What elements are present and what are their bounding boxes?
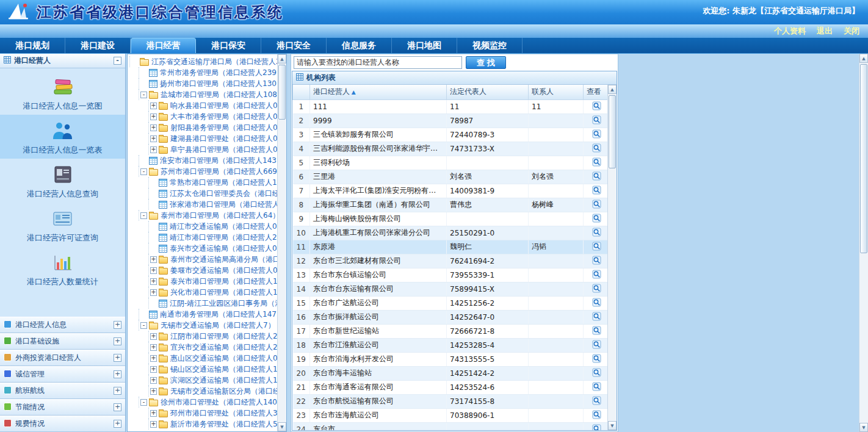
tree-scrollbar[interactable]: ▲ ▼ <box>277 54 286 431</box>
scroll-down-button[interactable]: ▼ <box>278 422 286 431</box>
view-details-icon[interactable] <box>592 272 601 281</box>
expand-icon[interactable]: + <box>150 333 157 340</box>
expand-icon[interactable]: + <box>150 421 157 428</box>
tree-node[interactable]: 常熟市港口管理局（港口经营人127 <box>129 177 277 188</box>
scroll-up-button[interactable]: ▲ <box>608 85 617 94</box>
tree-node[interactable]: +滨湖区交通运输局（港口经营人1） <box>129 375 277 386</box>
tree-node[interactable]: 淮安市港口管理局（港口经营人143） <box>129 155 277 166</box>
accordion-item-4[interactable]: 诚信管理+ <box>0 366 125 383</box>
tree-node[interactable]: +阜宁县港口管理局（港口经营人0） <box>129 144 277 155</box>
tree-node[interactable]: 扬州市港口管理局（港口经营人130） <box>129 78 277 89</box>
view-details-icon[interactable] <box>592 398 601 407</box>
collapse-icon[interactable]: - <box>140 212 147 219</box>
expand-plus-icon[interactable]: + <box>114 321 121 329</box>
tree-node[interactable]: +兴化市港口管理局（港口经营人1） <box>129 287 277 298</box>
table-row[interactable]: 11111111 <box>293 99 608 113</box>
expand-plus-icon[interactable]: + <box>114 337 121 345</box>
table-row[interactable]: 13东台市东台镇运输公司73955339-1 <box>293 268 608 282</box>
scrollbar-thumb[interactable] <box>860 64 867 253</box>
view-details-icon[interactable] <box>592 230 601 239</box>
scroll-up-button[interactable]: ▲ <box>278 54 286 63</box>
tree-node[interactable]: +响水县港口管理局（港口经营人0） <box>129 100 277 111</box>
view-details-icon[interactable] <box>592 384 601 393</box>
sidebar-shortcut-5[interactable]: 港口经营人数量统计 <box>0 247 125 290</box>
view-details-icon[interactable] <box>592 314 601 323</box>
view-details-icon[interactable] <box>592 202 601 211</box>
table-row[interactable]: 24东台市… <box>293 422 608 430</box>
tree-node[interactable]: -盐城市港口管理局（港口经营人108） <box>129 89 277 100</box>
sidebar-shortcut-1[interactable]: 港口经营人信息一览图 <box>0 71 125 115</box>
expand-icon[interactable]: + <box>150 366 157 373</box>
view-details-icon[interactable] <box>592 146 601 154</box>
scroll-up-button[interactable]: ▲ <box>859 54 868 63</box>
table-row[interactable]: 5三得利砂场 <box>293 156 608 170</box>
nav-tab-3[interactable]: 港口经营 <box>131 38 196 53</box>
column-header-5[interactable]: 查看 <box>584 85 608 99</box>
tree-node[interactable]: 靖江市港口管理局（港口经营人26） <box>129 232 277 243</box>
expand-icon[interactable]: + <box>150 135 157 142</box>
accordion-item-2[interactable]: 港口基础设施+ <box>0 333 125 350</box>
header-link-1[interactable]: 个人资料 <box>774 26 806 37</box>
tree-node[interactable]: -无锡市交通运输局（港口经营人7） <box>129 320 277 331</box>
view-details-icon[interactable] <box>592 174 601 182</box>
view-details-icon[interactable] <box>592 244 601 253</box>
search-input[interactable] <box>294 56 462 69</box>
view-details-icon[interactable] <box>592 258 601 267</box>
expand-icon[interactable]: + <box>150 278 157 285</box>
view-details-icon[interactable] <box>592 370 601 379</box>
header-link-2[interactable]: 退出 <box>817 26 833 37</box>
table-row[interactable]: 7上海太平洋化工(集团)淮安元明粉有…14009381-9 <box>293 184 608 198</box>
collapse-icon[interactable]: - <box>114 57 121 65</box>
expand-icon[interactable]: + <box>150 289 157 296</box>
table-row[interactable]: 11东原港魏明仁冯韬 <box>293 240 608 254</box>
sidebar-shortcut-2[interactable]: 港口经营人信息一览表 <box>0 115 125 159</box>
view-details-icon[interactable] <box>592 286 601 295</box>
table-row[interactable]: 15东台市广达航运公司14251256-2 <box>293 296 608 310</box>
tree-node[interactable]: -徐州市港口管理处（港口经营人140） <box>129 397 277 408</box>
view-details-icon[interactable] <box>592 132 601 140</box>
expand-icon[interactable]: + <box>150 267 157 274</box>
accordion-item-5[interactable]: 航班航线+ <box>0 383 125 399</box>
tree-node[interactable]: +泰州市交通运输局高港分局（港口经 <box>129 254 277 265</box>
view-details-icon[interactable] <box>592 328 601 337</box>
view-details-icon[interactable] <box>592 342 601 351</box>
expand-icon[interactable]: + <box>150 113 157 120</box>
tree-node[interactable]: +江阴市港口管理局（港口经营人2） <box>129 331 277 342</box>
accordion-item-1[interactable]: 港口经营人信息+ <box>0 317 125 333</box>
expand-icon[interactable]: + <box>150 344 157 351</box>
expand-plus-icon[interactable]: + <box>114 370 121 378</box>
nav-tab-7[interactable]: 港口地图 <box>392 38 457 53</box>
expand-icon[interactable]: + <box>150 256 157 263</box>
expand-icon[interactable]: + <box>150 124 157 131</box>
view-details-icon[interactable] <box>592 427 601 431</box>
tree-node[interactable]: +姜堰市交通运输局（港口经营人0） <box>129 265 277 276</box>
table-row[interactable]: 12东台市三北郊建材有限公司76241694-2 <box>293 254 608 268</box>
table-row[interactable]: 18东台市江淮航运公司14253285-4 <box>293 338 608 352</box>
table-scrollbar[interactable]: ▲ ▼ <box>607 85 617 430</box>
scrollbar-thumb[interactable] <box>278 65 286 120</box>
collapse-icon[interactable]: - <box>140 399 147 406</box>
sidebar-shortcut-3[interactable]: 港口经营人信息查询 <box>0 159 125 203</box>
view-details-icon[interactable] <box>592 118 601 126</box>
table-row[interactable]: 22东台市航悦运输有限公司73174155-8 <box>293 394 608 408</box>
tree-node[interactable]: +无锡市交通运输新区分局（港口经营 <box>129 386 277 397</box>
tree-node[interactable]: 张家港市港口管理局（港口经营人10 <box>129 199 277 210</box>
accordion-item-7[interactable]: 规费情况+ <box>0 416 125 432</box>
nav-tab-6[interactable]: 信息服务 <box>327 38 392 53</box>
nav-tab-4[interactable]: 港口保安 <box>196 38 261 53</box>
tree-node[interactable]: 泰兴市交通运输局（港口经营人0） <box>129 243 277 254</box>
tree-node[interactable]: 南通市港务管理局（港口经营人147） <box>129 309 277 320</box>
table-row[interactable]: 3三仓镇装卸服务有限公司72440789-3 <box>293 128 608 142</box>
tree-node[interactable]: +大丰市港务管理局（港口经营人0） <box>129 111 277 122</box>
tree-node[interactable]: +惠山区交通运输局（港口经营人0） <box>129 353 277 364</box>
scroll-down-button[interactable]: ▼ <box>859 423 868 432</box>
table-row[interactable]: 20东台市海丰运输站14251424-2 <box>293 366 608 380</box>
tree-node[interactable]: +新沂市港务管理处（港口经营人5） <box>129 419 277 430</box>
nav-tab-5[interactable]: 港口安全 <box>261 38 327 53</box>
tree-node[interactable]: 江苏太仓港口管理委员会（港口经营 <box>129 188 277 199</box>
nav-tab-8[interactable]: 视频监控 <box>457 38 523 53</box>
expand-icon[interactable]: + <box>150 355 157 362</box>
column-header-3[interactable]: 法定代表人 <box>447 85 529 99</box>
expand-plus-icon[interactable]: + <box>114 354 121 362</box>
expand-plus-icon[interactable]: + <box>114 403 121 411</box>
